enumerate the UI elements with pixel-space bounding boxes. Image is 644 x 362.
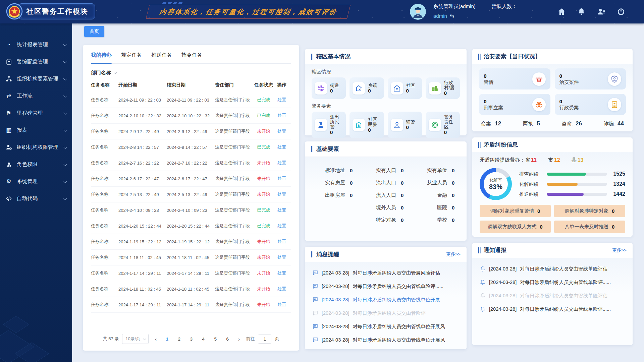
todo-tab[interactable]: 我的待办 [91,52,112,63]
community-house-icon [391,82,403,95]
task-handle-link[interactable]: 处置 [275,286,290,292]
task-department: 这是责任部门字段 [215,176,254,182]
level-value: 12 [554,157,560,163]
task-handle-link[interactable]: 处置 [275,270,290,276]
dispute-button[interactable]: 调解对象涉重复警情 0 [480,205,551,217]
supervise-level: 市 12 [548,157,560,163]
todo-tab[interactable]: 推送任务 [151,52,172,63]
task-handle-link[interactable]: 处置 [275,97,290,103]
element-label: 流入人口 [376,192,396,198]
messages-more-link[interactable]: 更多>> [446,251,461,257]
task-status: 已完成 [254,207,275,213]
bell-outline-icon [480,306,486,312]
element-value: 0 [452,217,458,223]
page-number-button[interactable]: 2 [175,335,183,343]
message-item[interactable]: [2024-03-28] 对每日涉矛盾纠纷人员交由管线单险评...... [312,280,459,293]
task-status: 未开始 [254,239,275,245]
task-handle-link[interactable]: 处置 [275,207,290,213]
sidebar-item-role-permission[interactable]: 角色权限 [0,156,72,173]
message-item[interactable]: [2024-03-28] 对每日涉矛盾纠纷人员交由管线单位开展风 [312,320,459,333]
notice-item[interactable]: [2024-03-28] 对每日涉矛盾纠纷人员交由管线单险评估 [480,262,625,276]
avatar[interactable] [410,4,426,20]
task-handle-link[interactable]: 处置 [275,160,290,166]
element-value: 0 [350,180,356,186]
sidebar-item-statistics[interactable]: ◔ 统计报表管理 [0,36,72,53]
notice-item[interactable]: [2024-03-28] 对每日涉矛盾纠纷人员交由管线单险评估 [480,289,625,302]
home-icon[interactable] [557,7,566,16]
page-number-button[interactable]: 4 [199,335,208,343]
sidebar-item-police-config[interactable]: 警综配置管理 [0,53,72,70]
table-header: 任务名称 开始日期 结束日期 责任部门 任务状态 操作 [91,78,291,92]
task-end-date: 2024-2-11 09 : 22 : 03 [167,98,215,103]
task-handle-link[interactable]: 处置 [275,239,290,245]
task-start-date: 2024-1-20 15 : 22 : 44 [118,224,167,229]
panel-accent [311,146,313,152]
sidebar-item-autocode[interactable]: 自动代码 [0,190,72,207]
task-handle-link[interactable]: 处置 [275,254,290,260]
stat-chip-station-officer: 派出所民警0 [312,112,346,138]
notice-more-link[interactable]: 更多>> [612,247,627,253]
department-filter[interactable]: 部门名称 [91,64,291,78]
notice-text: 对每日涉矛盾纠纷人员交由管线单险评估 [520,266,607,272]
page-number-button[interactable]: 5 [211,335,220,343]
next-page-button[interactable]: › [235,336,243,342]
page-number-button[interactable]: 6 [223,335,232,343]
dispute-button[interactable]: 调解对象涉特定对象 0 [554,205,625,217]
sidebar-item-workflow[interactable]: ⇄ 工作流 [0,87,72,105]
pagination: 共 57 条 10条/页 ‹ 1 2 3 4 5 6 [91,329,291,344]
switch-user-icon[interactable]: ⇆ [450,13,454,19]
sidebar-item-reports[interactable]: ▦ 报表 [0,122,72,139]
chevron-down-icon [63,42,67,46]
task-handle-link[interactable]: 处置 [275,191,290,197]
panel-title: 消息提醒 [316,250,339,258]
todo-tab[interactable]: 指令任务 [181,52,202,63]
page-size-select[interactable]: 10条/页 [122,334,149,344]
notice-item[interactable]: [2024-03-28] 对每日涉矛盾纠纷人员交由管线单险评...... [480,302,625,316]
bell-icon[interactable] [577,7,586,16]
resolution-donut: 化解率 83% [480,168,512,200]
org-permission-icon [5,144,12,151]
task-handle-link[interactable]: 处置 [275,302,290,308]
bar-track [547,193,607,196]
main-area: 首页 我的待办 规定任务 推送任务 指令任务 部门名称 任务名称 [72,23,644,362]
message-date: [2024-03-28] [322,270,349,276]
task-handle-link[interactable]: 处置 [275,144,290,150]
power-icon[interactable] [617,7,625,16]
task-handle-link[interactable]: 处置 [275,128,290,134]
sidebar-item-org-permission[interactable]: 组织机构权限管理 [0,139,72,156]
message-item[interactable]: [2024-03-28] 对每日涉矛盾纠纷人员交由管线单位开展风 [312,333,459,347]
task-handle-link[interactable]: 处置 [275,223,290,229]
message-item[interactable]: [2024-03-28] 对每日涉矛盾纠纷人员交由管险评 [312,306,459,320]
tab-home[interactable]: 首页 [84,26,104,37]
dispute-bars: 排查纠纷 1525 化解纠纷 1324 [519,169,625,199]
sidebar-item-system[interactable]: ⚙ 系统管理 [0,173,72,190]
users-icon[interactable] [597,7,605,16]
goto-page-input[interactable] [258,335,271,344]
page-number-button[interactable]: 3 [187,335,196,343]
task-handle-link[interactable]: 处置 [275,176,290,182]
sidebar-item-org-elements[interactable]: 组织机构要素管理 [0,70,72,87]
dispute-button-value: 0 [540,224,542,230]
message-item[interactable]: [2024-03-28] 对每日涉矛盾纠纷人员交由管展风险评估 [312,266,459,280]
sidebar-item-milestone[interactable]: ⚑ 里程碑管理 [0,105,72,122]
chevron-down-icon [63,179,67,183]
security-stat-label: 两抢: [523,121,534,126]
notice-item[interactable]: [2024-03-28] 对每日涉矛盾纠纷人员交由管线单险评...... [480,276,625,289]
element-row: 医院 0 [416,201,458,214]
dispute-button[interactable]: 八单一表未及时推送 0 [554,221,625,233]
stat-chip-town: 乡镇0 [350,77,384,99]
element-row: 金融 0 [416,189,458,201]
task-handle-link[interactable]: 处置 [275,113,290,119]
todo-tab[interactable]: 规定任务 [121,52,142,63]
sidebar-item-label: 里程碑管理 [17,110,63,117]
username-link[interactable]: admin [433,13,447,19]
messages-panel: 消息提醒 更多>> [2024-03-28] 对每日涉矛盾纠纷人员交由管展风险评… [305,247,467,349]
element-label: 实有房屋 [325,180,345,186]
level-label: 市 [548,157,553,163]
task-end-date: 2024-1-20 15 : 22 : 44 [167,224,215,229]
panel-accent [311,54,313,60]
dispute-button[interactable]: 调解双方缺联系人方式 0 [480,221,551,233]
prev-page-button[interactable]: ‹ [152,336,159,342]
message-item[interactable]: [2024-03-28] 对每日涉矛盾纠纷人员交由管线单位开展 [312,293,459,306]
page-number-button[interactable]: 1 [163,335,171,343]
